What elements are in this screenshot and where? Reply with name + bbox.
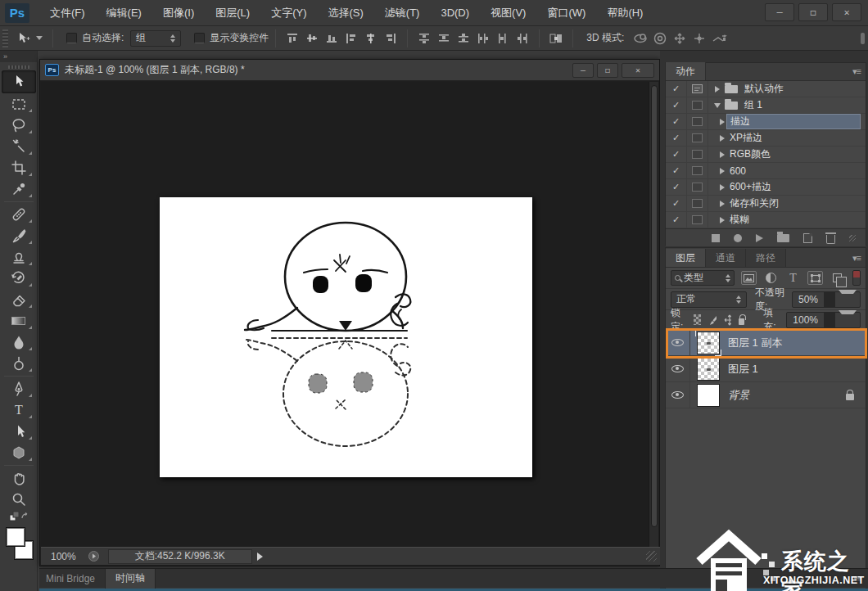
expand-arrow-icon[interactable] xyxy=(720,168,725,174)
tool-hand[interactable] xyxy=(2,467,35,489)
app-minimize-button[interactable]: — xyxy=(765,3,794,21)
tab-actions[interactable]: 动作 xyxy=(666,62,706,80)
layer-thumbnail[interactable] xyxy=(697,358,720,381)
opacity-field[interactable]: 50% xyxy=(792,291,861,308)
action-dialog-toggle[interactable] xyxy=(687,179,708,195)
filter-type-layers-icon[interactable]: T xyxy=(785,271,801,285)
filter-pixel-layers-icon[interactable] xyxy=(741,271,757,285)
actions-panel-menu-icon[interactable]: ▾≡ xyxy=(852,66,861,77)
layer-visibility-toggle[interactable] xyxy=(666,356,690,381)
filter-on-off-toggle[interactable] xyxy=(852,270,861,286)
action-dialog-toggle[interactable] xyxy=(687,147,708,162)
action-row-600-stroke[interactable]: 600+描边 xyxy=(666,179,866,196)
3d-scale-icon[interactable] xyxy=(709,29,729,47)
zoom-level[interactable]: 100% xyxy=(51,551,76,562)
action-enabled-check-icon[interactable] xyxy=(666,179,687,195)
tool-type[interactable]: T xyxy=(2,399,35,421)
action-row-blur[interactable]: 模糊 xyxy=(666,212,866,228)
tab-layers[interactable]: 图层 xyxy=(666,249,706,267)
action-enabled-check-icon[interactable] xyxy=(666,114,687,129)
tool-clone-stamp[interactable] xyxy=(2,246,35,268)
vertical-scrollbar[interactable] xyxy=(649,82,658,548)
tool-eyedropper[interactable] xyxy=(2,178,35,200)
expand-arrow-icon[interactable] xyxy=(715,86,720,92)
layers-panel-menu-icon[interactable]: ▾≡ xyxy=(852,253,861,264)
layer-name[interactable]: 背景 xyxy=(728,388,749,403)
pasteboard[interactable] xyxy=(41,82,650,548)
lock-all-icon[interactable] xyxy=(739,318,744,325)
3d-roll-icon[interactable] xyxy=(650,29,670,47)
tool-path-selection[interactable] xyxy=(2,421,35,442)
filter-smart-objects-icon[interactable] xyxy=(830,271,845,285)
lock-image-pixels-icon[interactable] xyxy=(708,314,717,326)
action-dialog-toggle[interactable] xyxy=(687,81,708,97)
tool-gradient[interactable] xyxy=(2,310,35,332)
tools-collapse-button[interactable]: » xyxy=(0,51,37,62)
filter-adjustment-layers-icon[interactable] xyxy=(763,271,779,285)
layer-visibility-toggle[interactable] xyxy=(666,382,690,408)
tool-preset-caret[interactable] xyxy=(36,36,43,40)
menu-file[interactable]: 文件(F) xyxy=(39,0,96,26)
opacity-caret-icon[interactable] xyxy=(839,290,857,305)
align-bottom-edges-icon[interactable] xyxy=(322,29,341,47)
tab-channels[interactable]: 通道 xyxy=(706,249,746,267)
lock-position-icon[interactable] xyxy=(724,314,732,326)
swap-colors-icon[interactable] xyxy=(2,510,35,523)
menu-select[interactable]: 选择(S) xyxy=(317,0,373,26)
distribute-right-edges-icon[interactable] xyxy=(513,29,532,47)
distribute-left-edges-icon[interactable] xyxy=(473,29,493,47)
action-row-save-close[interactable]: 储存和关闭 xyxy=(666,196,866,212)
app-maximize-button[interactable]: ◻ xyxy=(798,3,828,21)
auto-select-dropdown[interactable]: 组 xyxy=(130,30,181,47)
layer-row-1[interactable]: 图层 1 xyxy=(666,356,866,382)
menu-edit[interactable]: 编辑(E) xyxy=(96,0,152,26)
distribute-horizontal-centers-icon[interactable] xyxy=(493,29,513,47)
expand-arrow-icon[interactable] xyxy=(720,151,725,158)
tab-mini-bridge[interactable]: Mini Bridge xyxy=(39,573,105,584)
action-row-stroke[interactable]: 描边 xyxy=(666,114,866,130)
filter-type-dropdown[interactable]: 类型 xyxy=(671,270,735,286)
document-info-field[interactable]: 文档:452.2 K/996.3K xyxy=(108,549,252,564)
auto-select-checkbox[interactable] xyxy=(66,33,77,43)
3d-slide-icon[interactable] xyxy=(689,29,709,47)
expand-arrow-icon[interactable] xyxy=(720,184,725,191)
align-top-edges-icon[interactable] xyxy=(283,29,302,47)
collapse-arrow-icon[interactable] xyxy=(714,103,721,108)
show-transform-checkbox[interactable] xyxy=(194,33,205,43)
action-enabled-check-icon[interactable] xyxy=(666,147,687,162)
expand-arrow-icon[interactable] xyxy=(720,201,725,207)
doc-minimize-button[interactable]: — xyxy=(572,63,594,78)
action-row-default-actions[interactable]: 默认动作 xyxy=(666,81,866,97)
3d-drag-icon[interactable] xyxy=(670,29,689,47)
action-row-rgb-color[interactable]: RGB颜色 xyxy=(666,147,866,163)
new-action-button[interactable] xyxy=(803,233,812,243)
distribute-top-edges-icon[interactable] xyxy=(414,29,434,47)
layer-row-copy[interactable]: 图层 1 副本 xyxy=(666,330,866,356)
action-enabled-check-icon[interactable] xyxy=(666,130,687,146)
tool-spot-healing-brush[interactable] xyxy=(2,204,35,225)
expand-arrow-icon[interactable] xyxy=(720,217,725,223)
tool-magic-wand[interactable] xyxy=(2,136,35,157)
blend-mode-dropdown[interactable]: 正常 xyxy=(671,291,747,308)
action-dialog-toggle[interactable] xyxy=(687,130,708,146)
action-row-group-1[interactable]: 组 1 xyxy=(666,97,866,114)
layer-name[interactable]: 图层 1 xyxy=(728,362,758,377)
delete-action-button[interactable] xyxy=(826,235,835,244)
tool-pen[interactable] xyxy=(2,378,35,399)
menu-3d[interactable]: 3D(D) xyxy=(430,0,480,26)
panel-resize-grip[interactable] xyxy=(849,235,856,241)
layer-thumbnail[interactable] xyxy=(697,332,720,354)
menu-layer[interactable]: 图层(L) xyxy=(205,0,260,26)
vertical-scrollbar-thumb[interactable] xyxy=(651,85,658,527)
action-enabled-check-icon[interactable] xyxy=(666,163,687,178)
action-row-xp-stroke[interactable]: XP描边 xyxy=(666,130,866,147)
tool-lasso[interactable] xyxy=(2,115,35,136)
tool-crop[interactable] xyxy=(2,157,35,178)
layer-row-background[interactable]: 背景 xyxy=(666,382,866,408)
expand-arrow-icon[interactable] xyxy=(720,119,725,125)
align-vertical-centers-icon[interactable] xyxy=(302,29,322,47)
play-action-button[interactable] xyxy=(756,234,763,242)
tool-dodge[interactable] xyxy=(2,353,35,374)
action-enabled-check-icon[interactable] xyxy=(666,81,687,97)
align-horizontal-centers-icon[interactable] xyxy=(361,29,381,47)
